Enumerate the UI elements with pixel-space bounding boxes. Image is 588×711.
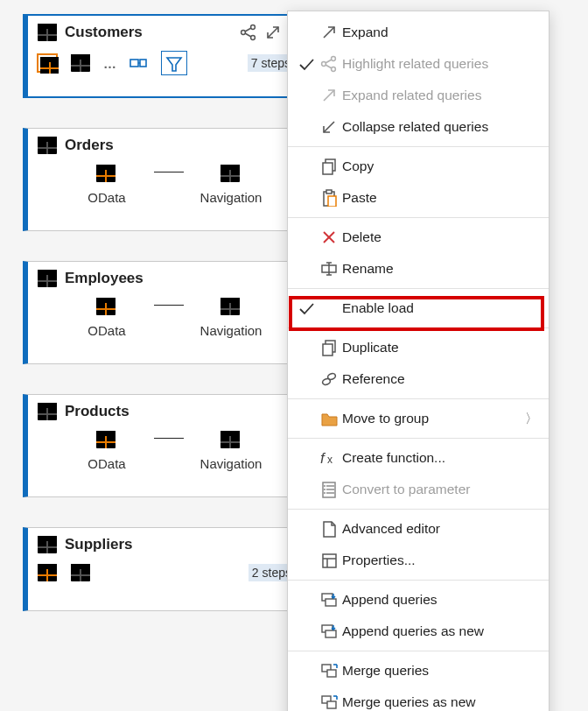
rename-step-icon[interactable] (130, 54, 149, 72)
step-icon (220, 430, 242, 451)
menu-label: Delete (342, 229, 538, 245)
check-icon (297, 55, 316, 73)
step-table-active-icon[interactable] (37, 563, 58, 582)
table-icon (37, 136, 58, 155)
step-table-icon[interactable] (70, 563, 91, 582)
menu-label: Paste (342, 190, 538, 206)
folder-icon (316, 410, 342, 427)
menu-label: Copy (342, 158, 538, 174)
query-name: Suppliers (65, 536, 295, 553)
merge-new-icon (316, 693, 342, 711)
menu-reference[interactable]: Reference (288, 363, 549, 395)
step-label: OData (88, 456, 125, 471)
connector-line (154, 172, 184, 172)
menu-duplicate[interactable]: Duplicate (288, 332, 549, 363)
delete-icon (316, 229, 342, 246)
append-new-icon (316, 623, 342, 640)
menu-paste[interactable]: Paste (288, 182, 549, 214)
menu-expand-related: Expand related queries (288, 80, 549, 111)
table-icon (37, 269, 58, 288)
query-card-suppliers[interactable]: Suppliers 2 steps (23, 527, 304, 611)
collapse-icon (316, 118, 342, 136)
menu-label: Merge queries (342, 663, 538, 679)
separator (288, 509, 549, 510)
menu-delete[interactable]: Delete (288, 222, 549, 253)
separator (288, 651, 549, 651)
more-steps-icon[interactable]: … (103, 56, 117, 71)
menu-label: Merge queries as new (342, 694, 538, 710)
query-card-orders[interactable]: Orders OData Navigation (23, 128, 304, 231)
expand-icon (316, 87, 342, 104)
menu-label: Collapse related queries (342, 119, 538, 135)
menu-label: Expand related queries (342, 88, 538, 103)
menu-label: Properties... (342, 553, 538, 568)
document-icon (316, 520, 342, 538)
related-icon[interactable] (240, 24, 257, 41)
menu-label: Reference (342, 371, 538, 387)
query-card-employees[interactable]: Employees OData Navigation (23, 261, 304, 364)
parameter-icon (316, 481, 342, 498)
step-label: OData (88, 323, 125, 338)
step-label: Navigation (200, 323, 262, 338)
table-icon (37, 535, 58, 554)
menu-label: Append queries as new (342, 623, 538, 639)
query-name: Employees (65, 270, 295, 287)
menu-label: Advanced editor (342, 521, 538, 537)
menu-label: Rename (342, 261, 538, 277)
menu-advanced-editor[interactable]: Advanced editor (288, 513, 549, 545)
menu-convert-to-parameter: Convert to parameter (288, 474, 549, 505)
query-name: Orders (65, 137, 295, 154)
rename-icon (316, 260, 342, 278)
menu-copy[interactable]: Copy (288, 151, 549, 182)
menu-move-to-group[interactable]: Move to group 〉 (288, 403, 549, 434)
menu-label: Create function... (342, 450, 538, 466)
step-icon (95, 430, 118, 451)
fx-icon (316, 449, 342, 467)
menu-merge-queries-as-new[interactable]: Merge queries as new (288, 686, 549, 711)
step-table-active-icon[interactable] (37, 53, 58, 73)
related-icon (316, 55, 342, 73)
separator (288, 398, 549, 399)
query-card-products[interactable]: Products OData Navigation (23, 394, 304, 497)
separator (288, 438, 549, 439)
reference-icon (316, 370, 342, 388)
table-icon (37, 23, 58, 42)
menu-create-function[interactable]: Create function... (288, 442, 549, 474)
menu-label: Move to group (342, 411, 525, 426)
step-icon (220, 164, 242, 185)
connector-line (154, 305, 184, 306)
separator (288, 146, 549, 147)
menu-properties[interactable]: Properties... (288, 545, 549, 576)
expand-icon[interactable] (264, 24, 282, 41)
step-label: Navigation (200, 190, 262, 205)
query-name: Products (65, 403, 295, 420)
query-card-customers[interactable]: Customers … 7 steps (23, 14, 304, 98)
step-label: OData (88, 190, 125, 205)
merge-icon (316, 662, 342, 679)
menu-merge-queries[interactable]: Merge queries (288, 655, 549, 686)
copy-icon (316, 158, 342, 175)
connector-line (154, 438, 184, 439)
check-icon (297, 299, 316, 317)
menu-append-queries[interactable]: Append queries (288, 584, 549, 616)
step-icon (220, 297, 242, 318)
menu-label: Expand (342, 25, 538, 40)
paste-icon (316, 189, 342, 207)
separator (288, 580, 549, 581)
step-icon (95, 164, 118, 185)
menu-enable-load[interactable]: Enable load (288, 292, 549, 324)
menu-rename[interactable]: Rename (288, 253, 549, 285)
filter-step-icon[interactable] (161, 51, 187, 75)
menu-label: Duplicate (342, 340, 538, 356)
menu-collapse-related[interactable]: Collapse related queries (288, 111, 549, 143)
separator (288, 288, 549, 289)
menu-label: Append queries (342, 592, 538, 608)
menu-append-queries-as-new[interactable]: Append queries as new (288, 616, 549, 647)
duplicate-icon (316, 339, 342, 356)
menu-label: Convert to parameter (342, 482, 538, 497)
expand-icon (316, 24, 342, 41)
separator (288, 217, 549, 218)
step-table-icon[interactable] (70, 53, 91, 73)
menu-expand[interactable]: Expand (288, 17, 549, 48)
step-label: Navigation (200, 456, 262, 471)
